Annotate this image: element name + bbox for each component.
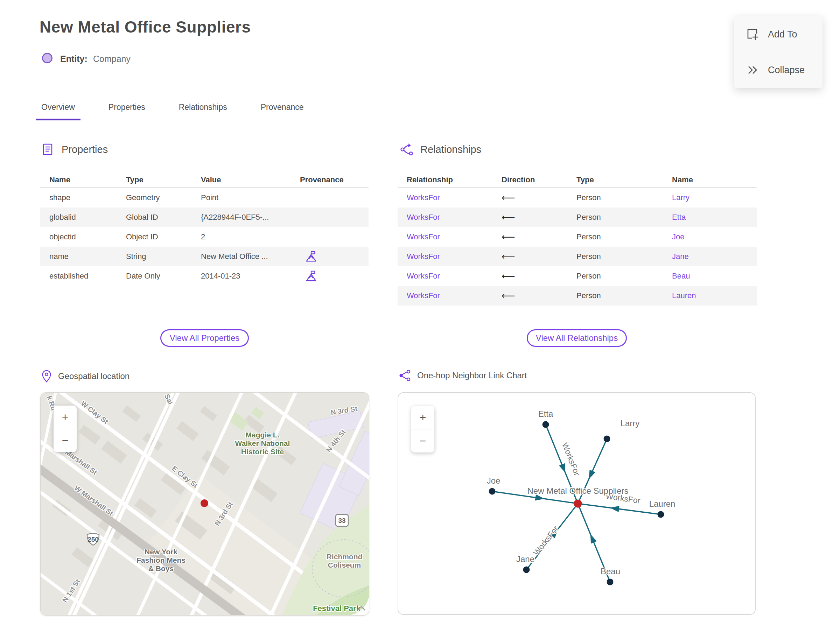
provenance-flag-icon[interactable] [305, 270, 317, 282]
center-entity-node[interactable] [574, 500, 582, 508]
tab-provenance[interactable]: Provenance [255, 103, 309, 120]
related-entity-link[interactable]: Larry [672, 193, 757, 202]
link-chart-canvas: WorksForWorksForWorksForEttaLarryJoeLaur… [398, 393, 756, 615]
link-chart-section-header: One-hop Neighbor Link Chart [399, 370, 527, 381]
related-entity-link[interactable]: Etta [672, 213, 757, 222]
property-name: name [40, 252, 126, 261]
neighbor-node[interactable] [523, 567, 530, 573]
edge-arrowhead-icon [559, 463, 565, 473]
properties-section-title: Properties [62, 144, 108, 155]
entity-type-badge-icon [42, 53, 52, 64]
node-label[interactable]: Larry [620, 418, 640, 428]
property-value: 2014-01-23 [201, 272, 300, 281]
link-edge [578, 504, 661, 514]
properties-table: shapeGeometryPointglobalidGlobal ID{A228… [40, 188, 369, 286]
property-name: shape [40, 193, 126, 202]
direction-arrow: ⟵ [501, 212, 576, 223]
link-chart-zoom-control: + − [411, 406, 434, 453]
relationship-type-link[interactable]: WorksFor [398, 193, 501, 202]
link-chart-zoom-in-button[interactable]: + [411, 406, 434, 429]
relationship-row: WorksFor⟵PersonJoe [398, 227, 757, 247]
entity-location-marker[interactable] [200, 499, 208, 507]
neighbor-node[interactable] [542, 421, 549, 428]
add-to-button[interactable]: Add To [734, 24, 822, 45]
related-entity-link[interactable]: Jane [672, 252, 757, 261]
relationship-type-link[interactable]: WorksFor [398, 232, 501, 242]
relationship-type-link[interactable]: WorksFor [398, 291, 501, 300]
column-header: Relationship [398, 175, 501, 184]
relationship-type-link[interactable]: WorksFor [398, 252, 501, 261]
property-value: 2 [201, 232, 300, 242]
link-chart-zoom-out-button[interactable]: − [411, 429, 434, 453]
node-label[interactable]: Jane [516, 554, 535, 564]
properties-table-header: NameTypeValueProvenance [40, 172, 369, 188]
node-label[interactable]: Etta [538, 409, 554, 418]
svg-text:RichmondColiseum: RichmondColiseum [326, 553, 363, 569]
entity-type-cell: Person [576, 291, 672, 300]
relationships-table: WorksFor⟵PersonLarryWorksFor⟵PersonEttaW… [398, 188, 757, 305]
relationship-row: WorksFor⟵PersonJane [398, 247, 757, 266]
property-type: String [126, 252, 201, 261]
geospatial-section-title: Geospatial location [58, 371, 129, 381]
view-all-relationships-button[interactable]: View All Relationships [527, 329, 627, 347]
related-entity-link[interactable]: Beau [672, 272, 757, 281]
view-all-properties-button[interactable]: View All Properties [160, 329, 249, 347]
add-to-label: Add To [768, 29, 797, 40]
property-type: Date Only [126, 272, 201, 281]
property-row: objectidObject ID2 [40, 227, 369, 247]
column-header: Name [40, 175, 126, 184]
direction-arrow: ⟵ [501, 270, 576, 282]
relationship-row: WorksFor⟵PersonLarry [398, 188, 757, 208]
collapse-icon [746, 64, 759, 76]
column-header: Value [201, 175, 300, 184]
node-label[interactable]: Lauren [649, 499, 676, 509]
node-label[interactable]: Joe [487, 476, 501, 485]
route-shield: 33 [336, 514, 348, 526]
svg-text:250: 250 [88, 536, 99, 543]
add-to-icon [746, 27, 759, 41]
edge-arrowhead-icon [589, 470, 595, 479]
link-chart-panel[interactable]: WorksForWorksForWorksForEttaLarryJoeLaur… [398, 392, 756, 615]
svg-text:33: 33 [338, 517, 345, 524]
geospatial-section-header: Geospatial location [41, 370, 129, 383]
property-name: globalid [40, 213, 126, 222]
relationship-type-link[interactable]: WorksFor [398, 213, 501, 222]
relationship-type-link[interactable]: WorksFor [398, 272, 501, 281]
collapse-button[interactable]: Collapse [734, 59, 822, 81]
entity-type-value: Company [93, 54, 130, 64]
node-label[interactable]: New Metal Office Suppliers [527, 486, 628, 496]
property-name: objectid [40, 232, 126, 242]
column-header: Type [576, 175, 672, 184]
property-provenance [300, 251, 369, 262]
property-value: {A228944F-0EF5-... [201, 213, 300, 222]
provenance-flag-icon[interactable] [305, 251, 317, 262]
related-entity-link[interactable]: Lauren [672, 291, 757, 300]
direction-arrow: ⟵ [501, 231, 576, 243]
properties-section-header: Properties [41, 143, 108, 156]
column-header: Provenance [300, 175, 369, 184]
tab-relationships[interactable]: Relationships [173, 103, 233, 120]
node-label[interactable]: Beau [601, 567, 620, 576]
page-title: New Metal Office Suppliers [40, 17, 251, 37]
svg-text:Festival Park: Festival Park [313, 604, 361, 613]
relationships-icon [400, 143, 414, 156]
map-zoom-out-button[interactable]: − [54, 429, 76, 452]
relationship-row: WorksFor⟵PersonEtta [398, 208, 757, 227]
neighbor-node[interactable] [489, 488, 496, 495]
map-zoom-in-button[interactable]: + [54, 405, 76, 429]
tab-properties[interactable]: Properties [103, 103, 151, 120]
map-pin-icon [41, 370, 52, 383]
neighbor-node[interactable] [604, 436, 610, 442]
property-row: globalidGlobal ID{A228944F-0EF5-... [40, 208, 369, 227]
map-panel[interactable]: k RdW Clay StSaiMarshall StW Marshall St… [40, 392, 369, 615]
relationship-row: WorksFor⟵PersonLauren [398, 286, 757, 305]
column-header: Type [126, 175, 201, 184]
neighbor-node[interactable] [607, 579, 614, 585]
neighbor-node[interactable] [658, 511, 664, 518]
related-entity-link[interactable]: Joe [672, 232, 757, 242]
properties-icon [41, 143, 55, 156]
column-header: Direction [501, 175, 576, 184]
edge-label: WorksFor [560, 441, 582, 477]
tab-overview[interactable]: Overview [36, 103, 81, 120]
property-value: Point [201, 193, 300, 202]
